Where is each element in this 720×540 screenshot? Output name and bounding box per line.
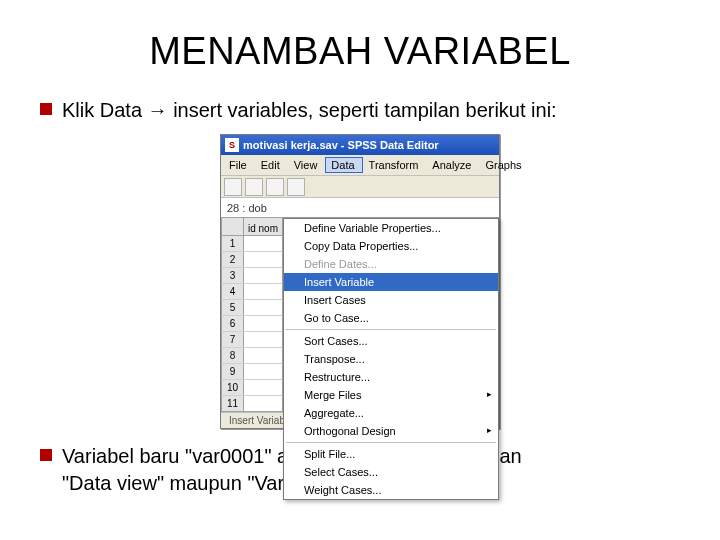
menu-transform[interactable]: Transform xyxy=(363,157,427,173)
menu-item-aggregate[interactable]: Aggregate... xyxy=(284,404,498,422)
row-number[interactable]: 2 xyxy=(222,252,244,267)
menu-view[interactable]: View xyxy=(288,157,326,173)
cell-indicator: 28 : dob xyxy=(221,198,499,218)
row-number[interactable]: 8 xyxy=(222,348,244,363)
menu-item-transpose[interactable]: Transpose... xyxy=(284,350,498,368)
row-number[interactable]: 4 xyxy=(222,284,244,299)
menu-item-orthogonal-design[interactable]: Orthogonal Design xyxy=(284,422,498,440)
row-number[interactable]: 11 xyxy=(222,396,244,411)
menu-item-insert-cases[interactable]: Insert Cases xyxy=(284,291,498,309)
menu-graphs[interactable]: Graphs xyxy=(479,157,529,173)
grid-cell[interactable] xyxy=(244,364,282,379)
grid-cell[interactable] xyxy=(244,332,282,347)
menu-item-split-file[interactable]: Split File... xyxy=(284,445,498,463)
menu-item-insert-variable[interactable]: Insert Variable xyxy=(284,273,498,291)
cell-indicator-label: 28 : dob xyxy=(221,202,273,214)
bullet-1-prefix: Klik Data xyxy=(62,99,148,121)
slide-title: MENAMBAH VARIABEL xyxy=(40,30,680,73)
grid-cell[interactable] xyxy=(244,300,282,315)
menu-separator xyxy=(286,329,496,330)
toolbar-button[interactable] xyxy=(224,178,242,196)
bullet-1: Klik Data → insert variables, seperti ta… xyxy=(40,97,680,124)
row-number[interactable]: 9 xyxy=(222,364,244,379)
grid-cell[interactable] xyxy=(244,380,282,395)
row-number[interactable]: 5 xyxy=(222,300,244,315)
menubar: File Edit View Data Transform Analyze Gr… xyxy=(221,155,499,176)
menu-item-restructure[interactable]: Restructure... xyxy=(284,368,498,386)
data-menu-dropdown: Define Variable Properties... Copy Data … xyxy=(283,218,499,500)
menu-item-define-variable-properties[interactable]: Define Variable Properties... xyxy=(284,219,498,237)
window-title: motivasi kerja.sav - SPSS Data Editor xyxy=(243,139,439,151)
menu-item-go-to-case[interactable]: Go to Case... xyxy=(284,309,498,327)
row-number[interactable]: 6 xyxy=(222,316,244,331)
toolbar-button[interactable] xyxy=(266,178,284,196)
menu-analyze[interactable]: Analyze xyxy=(426,157,479,173)
grid-cell[interactable] xyxy=(244,284,282,299)
bullet-square-icon xyxy=(40,103,52,115)
grid-cell[interactable] xyxy=(244,252,282,267)
menu-item-sort-cases[interactable]: Sort Cases... xyxy=(284,332,498,350)
menu-separator xyxy=(286,442,496,443)
app-icon: S xyxy=(225,138,239,152)
arrow-icon: → xyxy=(148,99,168,121)
grid-cell[interactable] xyxy=(244,396,282,411)
titlebar: S motivasi kerja.sav - SPSS Data Editor xyxy=(221,135,499,155)
toolbar-button[interactable] xyxy=(287,178,305,196)
column-header[interactable]: id nom xyxy=(244,218,282,235)
row-number[interactable]: 10 xyxy=(222,380,244,395)
menu-file[interactable]: File xyxy=(223,157,255,173)
row-number[interactable]: 7 xyxy=(222,332,244,347)
grid-cell[interactable] xyxy=(244,316,282,331)
toolbar xyxy=(221,176,499,198)
bullet-1-rest: insert variables, seperti tampilan berik… xyxy=(168,99,557,121)
spss-window: S motivasi kerja.sav - SPSS Data Editor … xyxy=(220,134,500,429)
menu-data[interactable]: Data xyxy=(325,157,362,173)
grid-cell[interactable] xyxy=(244,236,282,251)
menu-edit[interactable]: Edit xyxy=(255,157,288,173)
toolbar-button[interactable] xyxy=(245,178,263,196)
menu-item-merge-files[interactable]: Merge Files xyxy=(284,386,498,404)
data-grid: id nom 1 2 3 4 5 6 7 8 9 10 11 xyxy=(221,218,283,412)
bullet-square-icon xyxy=(40,449,52,461)
row-number[interactable]: 3 xyxy=(222,268,244,283)
menu-item-weight-cases[interactable]: Weight Cases... xyxy=(284,481,498,499)
corner-header xyxy=(222,218,244,235)
grid-cell[interactable] xyxy=(244,348,282,363)
menu-item-copy-data-properties[interactable]: Copy Data Properties... xyxy=(284,237,498,255)
row-number[interactable]: 1 xyxy=(222,236,244,251)
grid-cell[interactable] xyxy=(244,268,282,283)
menu-item-define-dates[interactable]: Define Dates... xyxy=(284,255,498,273)
menu-item-select-cases[interactable]: Select Cases... xyxy=(284,463,498,481)
